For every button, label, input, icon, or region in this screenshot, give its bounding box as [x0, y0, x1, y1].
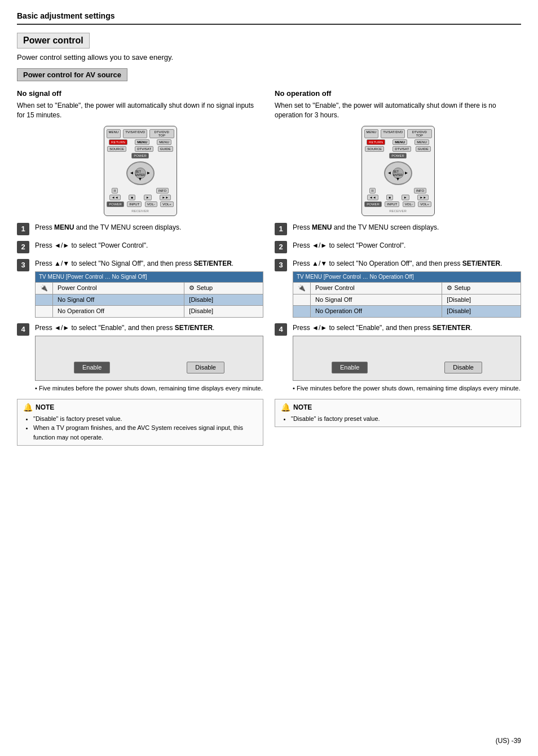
left-desc: When set to "Enable", the power will aut… — [17, 101, 263, 120]
section-desc: Power control setting allows you to save… — [17, 53, 521, 61]
left-no-op-cell — [36, 306, 53, 317]
right-menu-table: TV MENU [Power Control … No Operation Of… — [293, 271, 521, 317]
right-step-2-num: 2 — [275, 241, 287, 253]
right-no-op-label: No Operation Off — [311, 306, 442, 317]
right-step-4-num: 4 — [275, 323, 287, 336]
right-remote-area: MENU TV/SAT/DVD DTV/DVD TOP RETURN MENU … — [275, 126, 521, 216]
left-note-item-2: When a TV program finishes, and the AVC … — [33, 423, 257, 442]
right-note-header: 🔔 NOTE — [281, 403, 515, 412]
left-setup-label: ⚙ Setup — [184, 283, 263, 294]
page-number: (US) -39 — [496, 737, 521, 745]
left-no-op-value: [Disable] — [184, 306, 263, 317]
left-icon-cell: 🔌 — [36, 283, 53, 294]
left-col: No signal off When set to "Enable", the … — [17, 89, 263, 446]
right-step-3: 3 Press ▲/▼ to select "No Operation Off"… — [275, 259, 521, 318]
left-note-title: NOTE — [36, 403, 54, 411]
section-heading: Power control — [17, 33, 90, 49]
right-step-1: 1 Press MENU and the TV MENU screen disp… — [275, 223, 521, 235]
left-step-4-content: Press ◄/► to select "Enable", and then p… — [35, 323, 263, 393]
left-note-header: 🔔 NOTE — [23, 403, 257, 412]
right-note-list: "Disable" is factory preset value. — [281, 414, 515, 424]
right-remote: MENU TV/SAT/DVD DTV/DVD TOP RETURN MENU … — [361, 126, 435, 216]
right-col: No operation off When set to "Enable", t… — [275, 89, 521, 446]
left-disable-btn[interactable]: Disable — [187, 362, 224, 373]
left-menu-table: TV MENU [Power Control … No Signal Off] … — [35, 271, 263, 317]
left-note-box: 🔔 NOTE "Disable" is factory preset value… — [17, 399, 263, 446]
right-step-4: 4 Press ◄/► to select "Enable", and then… — [275, 323, 521, 393]
left-note-item-1: "Disable" is factory preset value. — [33, 414, 257, 424]
right-step-4-content: Press ◄/► to select "Enable", and then p… — [293, 323, 521, 393]
right-no-signal-label: No Signal Off — [311, 294, 442, 305]
right-enable-disable-box: Enable Disable — [293, 336, 521, 381]
right-icon-cell: 🔌 — [293, 283, 311, 294]
right-desc: When set to "Enable", the power will aut… — [275, 101, 521, 120]
right-disable-btn[interactable]: Disable — [444, 362, 482, 373]
left-note-list: "Disable" is factory preset value. When … — [23, 414, 257, 442]
left-no-signal-label: No Signal Off — [53, 294, 184, 305]
left-step-3: 3 Press ▲/▼ to select "No Signal Off", a… — [17, 259, 263, 318]
right-no-signal-value: [Disable] — [442, 294, 521, 305]
right-note-box: 🔔 NOTE "Disable" is factory preset value… — [275, 399, 521, 428]
right-no-op-cell — [293, 306, 311, 317]
left-enable-btn[interactable]: Enable — [74, 362, 110, 373]
page-title: Basic adjustment settings — [17, 11, 521, 25]
left-step4-note: • Five minutes before the power shuts do… — [35, 384, 263, 393]
left-step-3-num: 3 — [17, 259, 29, 271]
left-note-icon: 🔔 — [23, 403, 33, 412]
right-note-title: NOTE — [293, 403, 312, 411]
right-power-control-label: Power Control — [311, 283, 442, 294]
left-remote: MENU TV/SAT/DVD DTV/DVD TOP RETURN MENU … — [104, 126, 177, 216]
right-no-op-value: [Disable] — [442, 306, 521, 317]
right-step-1-content: Press MENU and the TV MENU screen displa… — [293, 223, 521, 232]
left-step-1-num: 1 — [17, 223, 29, 235]
left-no-signal-value: [Disable] — [184, 294, 263, 305]
right-no-signal-cell — [293, 294, 311, 305]
right-table-header: TV MENU [Power Control … No Operation Of… — [293, 272, 521, 283]
right-step-1-num: 1 — [275, 223, 287, 235]
left-step-4-num: 4 — [17, 323, 29, 336]
left-step-3-content: Press ▲/▼ to select "No Signal Off", and… — [35, 259, 263, 318]
left-enable-disable-box: Enable Disable — [35, 336, 263, 381]
left-remote-area: MENU TV/SAT/DVD DTV/DVD TOP RETURN MENU … — [17, 126, 263, 216]
right-note-item-1: "Disable" is factory preset value. — [291, 414, 515, 424]
right-step-3-content: Press ▲/▼ to select "No Operation Off", … — [293, 259, 521, 318]
left-heading: No signal off — [17, 89, 263, 98]
right-step-2: 2 Press ◄/► to select "Power Control". — [275, 241, 521, 253]
right-note-icon: 🔔 — [281, 403, 290, 412]
right-enable-btn[interactable]: Enable — [332, 362, 368, 373]
right-setup-label: ⚙ Setup — [442, 283, 521, 294]
right-step-2-content: Press ◄/► to select "Power Control". — [293, 241, 521, 250]
left-step-2-content: Press ◄/► to select "Power Control". — [35, 241, 263, 250]
left-table-header: TV MENU [Power Control … No Signal Off] — [36, 272, 263, 283]
right-step4-note: • Five minutes before the power shuts do… — [293, 384, 521, 393]
left-no-signal-cell — [36, 294, 53, 305]
left-step-4: 4 Press ◄/► to select "Enable", and then… — [17, 323, 263, 393]
left-step-2: 2 Press ◄/► to select "Power Control". — [17, 241, 263, 253]
right-heading: No operation off — [275, 89, 521, 98]
left-step-1-content: Press MENU and the TV MENU screen displa… — [35, 223, 263, 232]
left-no-op-label: No Operation Off — [53, 306, 184, 317]
left-power-control-label: Power Control — [53, 283, 184, 294]
left-step-1: 1 Press MENU and the TV MENU screen disp… — [17, 223, 263, 235]
subsection-heading: Power control for AV source — [17, 68, 127, 81]
left-step-2-num: 2 — [17, 241, 29, 253]
right-step-3-num: 3 — [275, 259, 287, 271]
